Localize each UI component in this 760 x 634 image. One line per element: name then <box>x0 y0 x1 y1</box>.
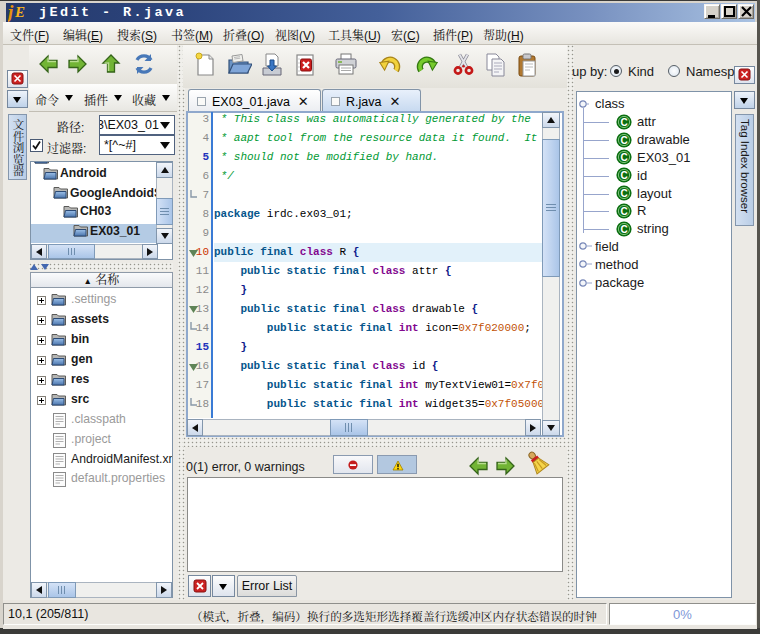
svg-text:E: E <box>14 4 25 20</box>
svg-text:C: C <box>620 135 627 146</box>
svg-text:j: j <box>8 2 14 22</box>
svg-text:C: C <box>620 152 627 163</box>
svg-text:C: C <box>620 117 627 128</box>
svg-text:C: C <box>620 188 627 199</box>
svg-text:C: C <box>620 170 627 181</box>
svg-text:C: C <box>620 206 627 217</box>
svg-text:C: C <box>620 224 627 235</box>
